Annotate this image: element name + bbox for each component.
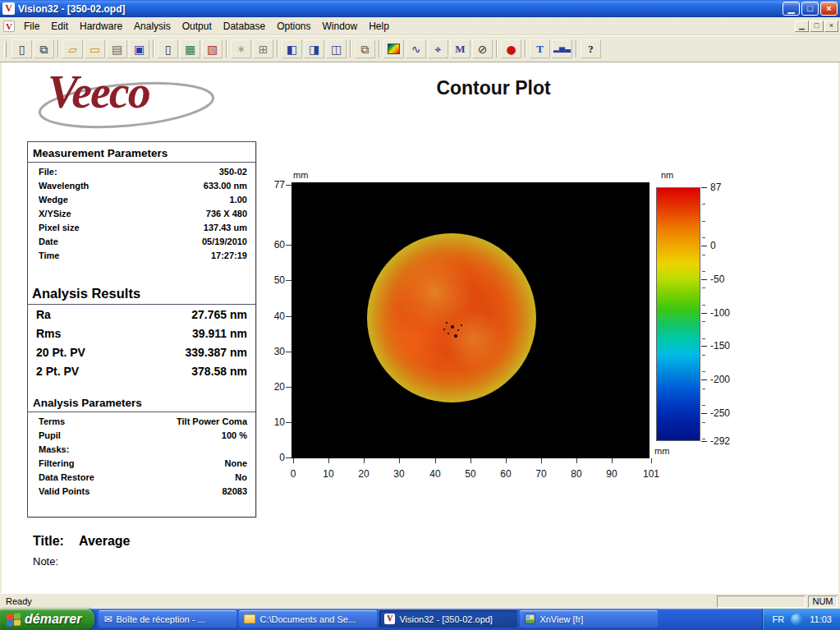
param-label: Data Restore <box>39 471 94 484</box>
open-document-button[interactable]: ⧉ <box>34 39 54 58</box>
window-title: Vision32 - [350-02.opd] <box>18 3 781 15</box>
toolbar-grip[interactable] <box>4 41 7 57</box>
param-row: Wedge1.00 <box>28 193 255 207</box>
task-button-xnview[interactable]: XnView [fr] <box>520 610 658 628</box>
page-chart-button[interactable]: ▧ <box>202 39 223 58</box>
x-axis-unit: mm <box>654 446 669 456</box>
colorbar-tick-label: 87 <box>710 182 743 193</box>
intensity-button[interactable]: ✶ <box>231 39 251 58</box>
view-data-button[interactable]: ◫ <box>326 39 347 58</box>
defect-specks <box>446 322 448 324</box>
param-row: Time17:27:19 <box>28 249 255 263</box>
start-button[interactable]: démarrer <box>0 609 94 630</box>
analysis-results-heading: Analysis Results <box>28 283 255 305</box>
param-row: Pixel size137.43 um <box>28 221 255 235</box>
color-map-button[interactable] <box>383 39 404 58</box>
save-dataset-button[interactable]: ▭ <box>85 39 105 58</box>
view-contour-button[interactable]: ◧ <box>282 39 302 58</box>
x-tick-label: 60 <box>493 468 519 480</box>
result-label: 20 Pt. PV <box>36 346 85 359</box>
x-tick-label: 80 <box>563 468 590 480</box>
open-folder-button[interactable]: ▱ <box>62 39 83 58</box>
x-tick-mark <box>651 458 652 463</box>
menu-options[interactable]: Options <box>271 18 316 34</box>
mdi-close-button[interactable]: × <box>824 21 838 32</box>
x-tick-mark <box>328 458 329 463</box>
minimize-button[interactable]: ▁ <box>783 2 800 16</box>
menu-output[interactable]: Output <box>177 18 218 34</box>
menu-analysis[interactable]: Analysis <box>128 18 177 34</box>
color-map-icon <box>388 44 400 54</box>
x-tick-label: 10 <box>315 468 342 480</box>
page-title: Contour Plot <box>366 77 621 99</box>
y-tick-mark <box>286 185 291 186</box>
copy-button[interactable]: ⧉ <box>355 39 375 58</box>
contour-plot[interactable] <box>291 182 650 458</box>
param-value: No <box>235 471 247 484</box>
tray-status-icon[interactable] <box>791 614 803 626</box>
x-tick-mark <box>399 458 400 463</box>
veeco-logo: Veeco <box>34 69 223 133</box>
status-bar: Ready NUM <box>0 593 840 609</box>
menu-database[interactable]: Database <box>218 18 271 34</box>
record-live-button[interactable]: ● <box>501 39 521 58</box>
histogram-button[interactable]: ▂▅▃ <box>552 39 572 58</box>
analysis-parameters-heading: Analysis Parameters <box>28 393 255 412</box>
vision32-app-icon[interactable]: V <box>2 2 15 15</box>
y-tick-label: 30 <box>257 346 285 357</box>
new-document-button[interactable]: ▯ <box>11 39 32 58</box>
page-table-icon: ▦ <box>185 44 195 55</box>
tile-windows-button[interactable]: ⊞ <box>253 39 273 58</box>
language-indicator[interactable]: FR <box>773 614 785 624</box>
help-icon: ? <box>588 44 594 54</box>
close-button[interactable]: × <box>820 2 838 16</box>
y-tick-mark <box>286 352 291 352</box>
print-button[interactable]: ▤ <box>107 39 127 58</box>
new-page-button[interactable]: ▯ <box>158 39 178 58</box>
page-table-button[interactable]: ▦ <box>180 39 200 58</box>
result-row: Ra27.765 nm <box>28 305 255 324</box>
result-value: 39.911 nm <box>192 327 247 340</box>
result-value: 27.765 nm <box>191 308 247 321</box>
x-tick-mark <box>293 458 294 463</box>
crosshair-button[interactable]: ⌖ <box>428 39 448 58</box>
text-annotation-button[interactable]: T <box>530 39 550 58</box>
report-title-line: Title: Average <box>33 534 131 549</box>
menu-edit[interactable]: Edit <box>45 18 74 34</box>
y-tick-label: 10 <box>257 416 285 428</box>
clock[interactable]: 11:03 <box>810 614 832 624</box>
exclude-button[interactable]: ⊘ <box>472 39 493 58</box>
maximize-button[interactable]: □ <box>801 2 819 16</box>
param-row: X/YSize736 X 480 <box>28 207 255 221</box>
param-value: None <box>225 458 248 470</box>
x-tick-mark <box>612 458 613 463</box>
mdi-minimize-button[interactable]: ▁ <box>795 21 809 32</box>
vision32-icon: V <box>384 614 395 624</box>
task-button-vision32[interactable]: V Vision32 - [350-02.opd] <box>379 610 517 628</box>
measure-button[interactable]: M <box>450 39 470 58</box>
save-button[interactable]: ▣ <box>129 39 149 58</box>
menu-hardware[interactable]: Hardware <box>74 18 128 34</box>
menu-file[interactable]: File <box>18 18 45 34</box>
report-note-line: Note: <box>33 555 58 568</box>
param-value: 137.43 um <box>204 222 247 234</box>
menu-window[interactable]: Window <box>317 18 364 34</box>
line-profile-button[interactable]: ∿ <box>406 39 426 58</box>
param-row: Wavelength633.00 nm <box>28 179 255 193</box>
task-button-explorer[interactable]: C:\Documents and Se... <box>239 610 377 628</box>
line-profile-icon: ∿ <box>411 44 421 55</box>
task-button-inbox[interactable]: ✉ Boîte de réception - ... <box>99 610 236 628</box>
colorbar-tick-mark <box>701 187 707 188</box>
y-tick-mark <box>286 316 291 317</box>
x-tick-mark <box>470 458 471 463</box>
document-icon[interactable]: V <box>3 21 15 32</box>
mdi-restore-button[interactable]: □ <box>810 21 824 32</box>
note-label: Note: <box>33 555 58 568</box>
colorbar-tick-mark <box>701 441 707 442</box>
colorbar-tick-label: -292 <box>710 435 743 447</box>
y-tick-mark <box>286 387 291 388</box>
param-value: 100 % <box>222 430 247 442</box>
view-profile-button[interactable]: ◨ <box>304 39 324 58</box>
help-button[interactable]: ? <box>581 39 601 58</box>
menu-help[interactable]: Help <box>363 18 395 34</box>
